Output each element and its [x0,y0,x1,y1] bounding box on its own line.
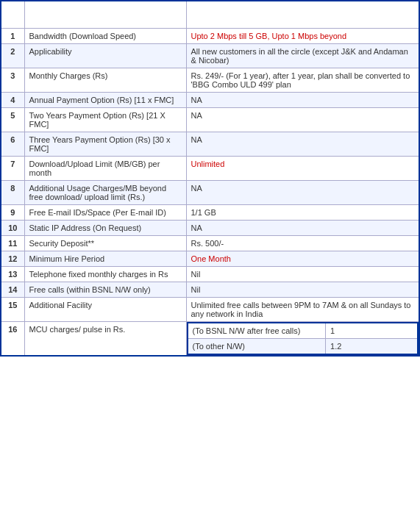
header-sno: S No. [1,1,24,29]
table-row: 10Static IP Address (On Request)NA [1,221,419,236]
row-particular: Free E-mail IDs/Space (Per E-mail ID) [24,205,186,221]
sub-row: (To other N/W)1.2 [188,339,419,355]
row-detail: NA [186,132,419,157]
row-sno: 12 [1,251,24,267]
table-row: 13Telephone fixed monthly charges in RsN… [1,267,419,282]
table-row: 15Additional FacilityUnlimited free call… [1,298,419,322]
row-detail: Nil [186,282,419,298]
sub-row: (To BSNL N/W after free calls)1 [188,323,419,339]
broadband-table: S No. Particulars Experience Unlimited B… [0,0,420,357]
row-sno: 3 [1,68,24,93]
row-sno: 14 [1,282,24,298]
row-detail: Rs. 500/- [186,236,419,251]
row-sno: 7 [1,157,24,181]
table-row: 12Minimum Hire PeriodOne Month [1,251,419,267]
row-particular: Bandwidth (Download Speed) [24,29,186,44]
row-sno: 15 [1,298,24,322]
row-particular: Monthly Charges (Rs) [24,68,186,93]
row-particular-16: MCU charges/ pulse in Rs. [24,322,186,357]
row-sno: 4 [1,93,24,108]
row-particular: Security Deposit** [24,236,186,251]
table-row: 4Annual Payment Option (Rs) [11 x FMC]NA [1,93,419,108]
row-sno: 8 [1,181,24,205]
table-row-16: 16MCU charges/ pulse in Rs.(To BSNL N/W … [1,322,419,357]
table-row: 1Bandwidth (Download Speed)Upto 2 Mbps t… [1,29,419,44]
table-row: 9Free E-mail IDs/Space (Per E-mail ID)1/… [1,205,419,221]
row-sno: 13 [1,267,24,282]
row-particular: Annual Payment Option (Rs) [11 x FMC] [24,93,186,108]
row-sno-16: 16 [1,322,24,357]
row-sno: 11 [1,236,24,251]
row-detail: Rs. 249/- (For 1 year), after 1 year, pl… [186,68,419,93]
table-row: 8Additional Usage Charges/MB beyond free… [1,181,419,205]
row-particular: Additional Facility [24,298,186,322]
table-row: 11Security Deposit**Rs. 500/- [1,236,419,251]
row-particular: Minimum Hire Period [24,251,186,267]
row-detail: Upto 2 Mbps till 5 GB, Upto 1 Mbps beyon… [186,29,419,44]
row-detail: NA [186,108,419,132]
row-detail: 1/1 GB [186,205,419,221]
row-detail: Nil [186,267,419,282]
row-detail: One Month [186,251,419,267]
sub-row-value: 1.2 [326,339,418,355]
row-sno: 1 [1,29,24,44]
row-detail-16: (To BSNL N/W after free calls)1(To other… [186,322,419,357]
row-particular: Telephone fixed monthly charges in Rs [24,267,186,282]
sub-row-label: (To other N/W) [188,339,326,355]
row-detail: Unlimited [186,157,419,181]
row-detail: All new customers in all the circle (exc… [186,44,419,68]
sub-row-label: (To BSNL N/W after free calls) [188,323,326,339]
table-row: 5Two Years Payment Option (Rs) [21 X FMC… [1,108,419,132]
table-row: 14Free calls (within BSNL N/W only)Nil [1,282,419,298]
row-particular: Download/Upload Limit (MB/GB) per month [24,157,186,181]
row-particular: Two Years Payment Option (Rs) [21 X FMC] [24,108,186,132]
row-detail: NA [186,181,419,205]
row-particular: Three Years Payment Option (Rs) [30 x FM… [24,132,186,157]
row-sno: 6 [1,132,24,157]
row-detail: NA [186,93,419,108]
row-particular: Additional Usage Charges/MB beyond free … [24,181,186,205]
row-sno: 10 [1,221,24,236]
header-particulars: Particulars [24,1,186,29]
row-particular: Applicability [24,44,186,68]
row-detail: Unlimited free calls between 9PM to 7AM … [186,298,419,322]
row-sno: 5 [1,108,24,132]
row-sno: 9 [1,205,24,221]
table-row: 2ApplicabilityAll new customers in all t… [1,44,419,68]
table-row: 7Download/Upload Limit (MB/GB) per month… [1,157,419,181]
table-row: 6Three Years Payment Option (Rs) [30 x F… [1,132,419,157]
row-detail: NA [186,221,419,236]
header-details: Experience Unlimited Broadband 249* [186,1,419,29]
row-particular: Static IP Address (On Request) [24,221,186,236]
row-sno: 2 [1,44,24,68]
row-particular: Free calls (within BSNL N/W only) [24,282,186,298]
sub-row-value: 1 [326,323,418,339]
table-row: 3Monthly Charges (Rs)Rs. 249/- (For 1 ye… [1,68,419,93]
